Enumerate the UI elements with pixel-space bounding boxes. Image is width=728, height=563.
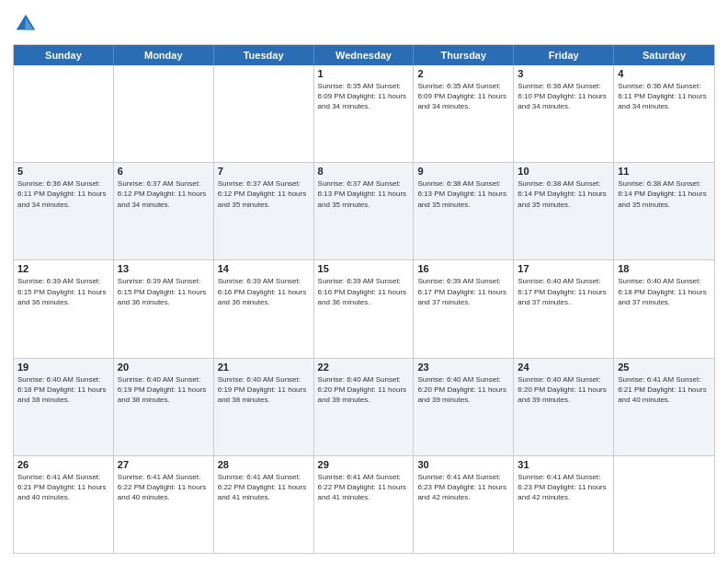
calendar-cell	[214, 65, 314, 162]
day-detail: Sunrise: 6:35 AM Sunset: 6:09 PM Dayligh…	[318, 81, 410, 112]
day-number: 29	[318, 459, 410, 470]
day-number: 23	[417, 362, 509, 373]
calendar-cell: 17Sunrise: 6:40 AM Sunset: 6:17 PM Dayli…	[514, 260, 614, 357]
day-detail: Sunrise: 6:39 AM Sunset: 6:16 PM Dayligh…	[218, 276, 310, 307]
day-number: 12	[17, 263, 109, 274]
day-detail: Sunrise: 6:41 AM Sunset: 6:22 PM Dayligh…	[118, 472, 210, 503]
day-detail: Sunrise: 6:40 AM Sunset: 6:19 PM Dayligh…	[218, 374, 310, 406]
calendar-cell: 3Sunrise: 6:36 AM Sunset: 6:10 PM Daylig…	[514, 65, 614, 162]
day-number: 17	[518, 263, 609, 274]
day-header-thursday: Thursday	[414, 45, 514, 65]
day-detail: Sunrise: 6:39 AM Sunset: 6:15 PM Dayligh…	[118, 276, 210, 307]
logo	[13, 11, 42, 37]
calendar-cell: 8Sunrise: 6:37 AM Sunset: 6:13 PM Daylig…	[314, 163, 415, 259]
day-header-monday: Monday	[114, 45, 214, 65]
calendar-week-3: 12Sunrise: 6:39 AM Sunset: 6:15 PM Dayli…	[14, 260, 714, 358]
day-number: 30	[417, 459, 509, 470]
day-detail: Sunrise: 6:41 AM Sunset: 6:23 PM Dayligh…	[417, 472, 509, 503]
day-detail: Sunrise: 6:36 AM Sunset: 6:11 PM Dayligh…	[17, 178, 109, 210]
calendar-body: 1Sunrise: 6:35 AM Sunset: 6:09 PM Daylig…	[14, 65, 714, 553]
calendar-cell: 1Sunrise: 6:35 AM Sunset: 6:09 PM Daylig…	[314, 65, 415, 162]
day-header-saturday: Saturday	[614, 45, 714, 65]
day-number: 3	[518, 68, 609, 79]
day-number: 27	[118, 459, 210, 470]
day-number: 14	[218, 263, 310, 274]
day-detail: Sunrise: 6:38 AM Sunset: 6:13 PM Dayligh…	[417, 178, 509, 210]
day-number: 24	[518, 362, 609, 373]
day-number: 7	[218, 166, 310, 177]
day-number: 22	[318, 362, 410, 373]
day-detail: Sunrise: 6:40 AM Sunset: 6:18 PM Dayligh…	[17, 374, 109, 406]
day-detail: Sunrise: 6:38 AM Sunset: 6:14 PM Dayligh…	[618, 178, 711, 210]
calendar-cell: 22Sunrise: 6:40 AM Sunset: 6:20 PM Dayli…	[314, 359, 415, 455]
day-number: 28	[218, 459, 310, 470]
day-detail: Sunrise: 6:40 AM Sunset: 6:17 PM Dayligh…	[518, 276, 609, 307]
day-detail: Sunrise: 6:41 AM Sunset: 6:21 PM Dayligh…	[17, 472, 109, 503]
day-detail: Sunrise: 6:40 AM Sunset: 6:20 PM Dayligh…	[318, 374, 410, 406]
day-detail: Sunrise: 6:41 AM Sunset: 6:22 PM Dayligh…	[318, 472, 410, 503]
day-number: 1	[318, 68, 410, 79]
calendar-cell	[14, 65, 114, 162]
calendar-week-2: 5Sunrise: 6:36 AM Sunset: 6:11 PM Daylig…	[14, 163, 714, 260]
calendar-cell: 25Sunrise: 6:41 AM Sunset: 6:21 PM Dayli…	[614, 359, 714, 455]
calendar-cell	[114, 65, 214, 162]
day-detail: Sunrise: 6:41 AM Sunset: 6:21 PM Dayligh…	[618, 374, 711, 406]
day-detail: Sunrise: 6:41 AM Sunset: 6:23 PM Dayligh…	[518, 472, 609, 503]
calendar-cell: 14Sunrise: 6:39 AM Sunset: 6:16 PM Dayli…	[214, 260, 314, 357]
calendar-cell: 10Sunrise: 6:38 AM Sunset: 6:14 PM Dayli…	[514, 163, 614, 259]
day-detail: Sunrise: 6:40 AM Sunset: 6:19 PM Dayligh…	[118, 374, 210, 406]
svg-marker-1	[25, 17, 33, 29]
day-number: 18	[618, 263, 711, 274]
calendar-cell: 4Sunrise: 6:36 AM Sunset: 6:11 PM Daylig…	[614, 65, 714, 162]
calendar-cell: 19Sunrise: 6:40 AM Sunset: 6:18 PM Dayli…	[14, 359, 114, 455]
day-number: 21	[218, 362, 310, 373]
day-detail: Sunrise: 6:36 AM Sunset: 6:11 PM Dayligh…	[618, 81, 711, 112]
day-detail: Sunrise: 6:41 AM Sunset: 6:22 PM Dayligh…	[218, 472, 310, 503]
calendar-cell: 6Sunrise: 6:37 AM Sunset: 6:12 PM Daylig…	[114, 163, 214, 259]
calendar-cell: 21Sunrise: 6:40 AM Sunset: 6:19 PM Dayli…	[214, 359, 314, 455]
calendar-week-1: 1Sunrise: 6:35 AM Sunset: 6:09 PM Daylig…	[14, 65, 714, 163]
day-detail: Sunrise: 6:40 AM Sunset: 6:20 PM Dayligh…	[518, 374, 609, 406]
calendar-cell	[614, 456, 714, 553]
day-number: 16	[417, 263, 509, 274]
day-detail: Sunrise: 6:37 AM Sunset: 6:12 PM Dayligh…	[218, 178, 310, 210]
day-number: 25	[618, 362, 711, 373]
calendar-header: SundayMondayTuesdayWednesdayThursdayFrid…	[14, 45, 714, 65]
day-number: 9	[417, 166, 509, 177]
calendar-cell: 11Sunrise: 6:38 AM Sunset: 6:14 PM Dayli…	[614, 163, 714, 259]
day-number: 10	[518, 166, 609, 177]
day-number: 31	[518, 459, 609, 470]
day-detail: Sunrise: 6:39 AM Sunset: 6:16 PM Dayligh…	[318, 276, 410, 307]
page: SundayMondayTuesdayWednesdayThursdayFrid…	[0, 0, 728, 563]
day-detail: Sunrise: 6:40 AM Sunset: 6:18 PM Dayligh…	[618, 276, 711, 307]
calendar-cell: 26Sunrise: 6:41 AM Sunset: 6:21 PM Dayli…	[14, 456, 114, 553]
calendar-cell: 2Sunrise: 6:35 AM Sunset: 6:09 PM Daylig…	[414, 65, 514, 162]
calendar-cell: 7Sunrise: 6:37 AM Sunset: 6:12 PM Daylig…	[214, 163, 314, 259]
calendar: SundayMondayTuesdayWednesdayThursdayFrid…	[13, 44, 715, 554]
calendar-week-4: 19Sunrise: 6:40 AM Sunset: 6:18 PM Dayli…	[14, 359, 714, 456]
header	[13, 11, 715, 37]
calendar-cell: 18Sunrise: 6:40 AM Sunset: 6:18 PM Dayli…	[614, 260, 714, 357]
day-number: 8	[318, 166, 410, 177]
calendar-cell: 28Sunrise: 6:41 AM Sunset: 6:22 PM Dayli…	[214, 456, 314, 553]
day-detail: Sunrise: 6:39 AM Sunset: 6:17 PM Dayligh…	[417, 276, 509, 307]
day-detail: Sunrise: 6:39 AM Sunset: 6:15 PM Dayligh…	[17, 276, 109, 307]
day-number: 11	[618, 166, 711, 177]
day-header-friday: Friday	[514, 45, 614, 65]
day-header-tuesday: Tuesday	[214, 45, 314, 65]
day-number: 5	[17, 166, 109, 177]
calendar-cell: 5Sunrise: 6:36 AM Sunset: 6:11 PM Daylig…	[14, 163, 114, 259]
calendar-cell: 9Sunrise: 6:38 AM Sunset: 6:13 PM Daylig…	[414, 163, 514, 259]
calendar-cell: 12Sunrise: 6:39 AM Sunset: 6:15 PM Dayli…	[14, 260, 114, 357]
calendar-cell: 27Sunrise: 6:41 AM Sunset: 6:22 PM Dayli…	[114, 456, 214, 553]
day-detail: Sunrise: 6:36 AM Sunset: 6:10 PM Dayligh…	[518, 81, 609, 112]
day-detail: Sunrise: 6:37 AM Sunset: 6:13 PM Dayligh…	[318, 178, 410, 210]
day-header-sunday: Sunday	[14, 45, 114, 65]
calendar-cell: 15Sunrise: 6:39 AM Sunset: 6:16 PM Dayli…	[314, 260, 415, 357]
calendar-cell: 31Sunrise: 6:41 AM Sunset: 6:23 PM Dayli…	[514, 456, 614, 553]
day-number: 15	[318, 263, 410, 274]
day-detail: Sunrise: 6:40 AM Sunset: 6:20 PM Dayligh…	[417, 374, 509, 406]
calendar-cell: 29Sunrise: 6:41 AM Sunset: 6:22 PM Dayli…	[314, 456, 415, 553]
day-detail: Sunrise: 6:38 AM Sunset: 6:14 PM Dayligh…	[518, 178, 609, 210]
calendar-week-5: 26Sunrise: 6:41 AM Sunset: 6:21 PM Dayli…	[14, 456, 714, 553]
